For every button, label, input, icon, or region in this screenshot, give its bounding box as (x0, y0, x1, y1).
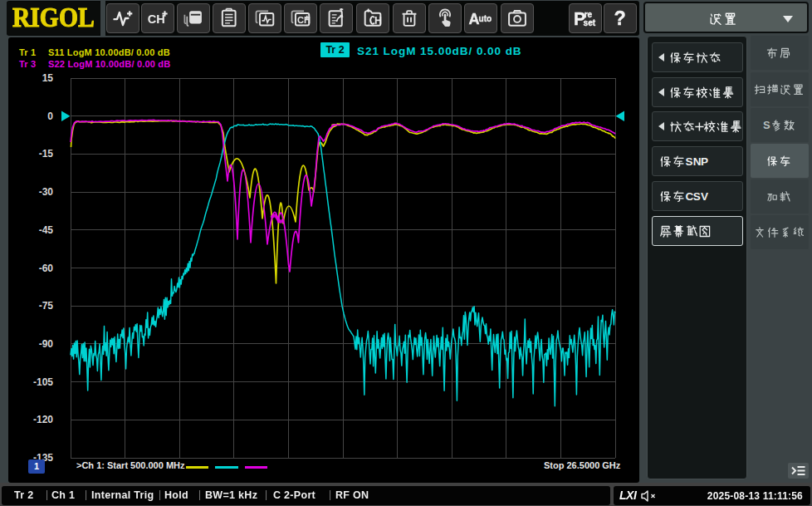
svg-text:-90: -90 (39, 338, 54, 350)
svg-text:15: 15 (42, 72, 54, 84)
svg-text:-75: -75 (39, 300, 54, 312)
svg-text:-120: -120 (33, 414, 53, 425)
svg-text:-60: -60 (39, 263, 54, 274)
svg-text:S: S (693, 189, 701, 202)
svg-text:0: 0 (47, 111, 53, 122)
svg-text:A: A (468, 10, 479, 27)
svg-text:?: ? (614, 7, 625, 29)
svg-text:-105: -105 (33, 376, 53, 388)
svg-text:V: V (701, 189, 708, 202)
svg-text:P: P (701, 155, 708, 167)
svg-text:-45: -45 (39, 224, 54, 236)
svg-text:set: set (584, 17, 596, 27)
svg-text:CH: CH (297, 15, 311, 25)
svg-text:-15: -15 (39, 148, 54, 160)
svg-text:uto: uto (479, 13, 492, 22)
svg-text:S: S (763, 119, 770, 131)
svg-text:-30: -30 (39, 186, 54, 198)
svg-text:S: S (686, 155, 693, 167)
